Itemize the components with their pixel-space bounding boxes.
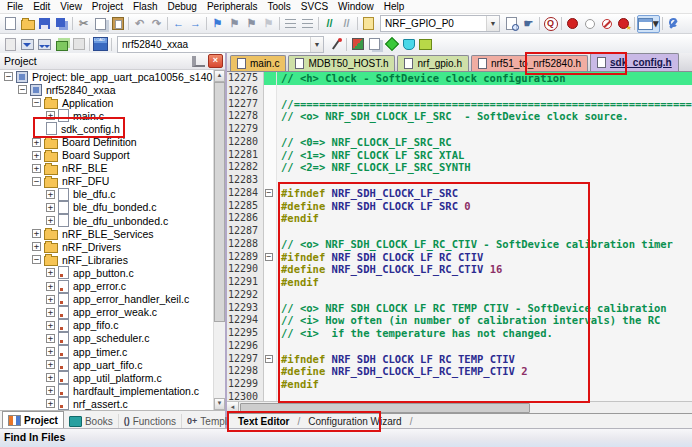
- scrollbar-thumb[interactable]: [214, 82, 225, 322]
- code-line-12277[interactable]: 12277//=================================…: [227, 98, 692, 111]
- fold-collapse-box[interactable]: −: [265, 189, 273, 197]
- code-analysis-button[interactable]: Q: [542, 16, 559, 32]
- batch-build-button[interactable]: [53, 36, 70, 52]
- close-panel-button[interactable]: ×: [208, 54, 223, 68]
- cut-button[interactable]: ✂: [75, 16, 92, 32]
- menu-debug[interactable]: Debug: [162, 0, 201, 13]
- code-line-12290[interactable]: 12290#define NRF_SDH_CLOCK_LF_RC_CTIV 16: [227, 263, 692, 276]
- tree-item-app-button-c[interactable]: +app_button.c: [0, 266, 225, 279]
- menu-file[interactable]: File: [2, 0, 28, 13]
- software-packs-button[interactable]: [417, 36, 434, 52]
- panel-tab-books[interactable]: Books: [64, 414, 119, 428]
- new-file-button[interactable]: [2, 16, 19, 32]
- undo-button[interactable]: ↶: [131, 16, 148, 32]
- run-time-environment-button[interactable]: [383, 36, 400, 52]
- stop-build-button[interactable]: [70, 36, 87, 52]
- file-extensions-books-button[interactable]: [366, 36, 383, 52]
- fold-collapse-box[interactable]: −: [265, 253, 273, 261]
- menu-flash[interactable]: Flash: [128, 0, 162, 13]
- expand-box[interactable]: +: [32, 164, 41, 173]
- bookmark-previous-button[interactable]: ⚑: [226, 16, 243, 32]
- code-editor[interactable]: 12275// <h> Clock - SoftDevice clock con…: [227, 72, 692, 401]
- menu-project[interactable]: Project: [87, 0, 128, 13]
- code-line-12281[interactable]: 12281// <1=> NRF_CLOCK_LF_SRC_XTAL: [227, 149, 692, 162]
- editor-horizontal-scrollbar[interactable]: ◂: [227, 401, 692, 413]
- scroll-down-button[interactable]: ▼: [214, 398, 225, 410]
- scroll-left-button[interactable]: ◂: [227, 402, 239, 412]
- expand-box[interactable]: +: [32, 229, 41, 238]
- collapse-box[interactable]: −: [32, 255, 41, 264]
- tree-item-sdk-config-h[interactable]: sdk_config.h: [0, 122, 225, 135]
- debug-windows-dropdown-button[interactable]: ▾: [637, 15, 660, 33]
- tree-item-app-error-handler-keil-c[interactable]: +app_error_handler_keil.c: [0, 293, 225, 306]
- code-line-12300[interactable]: 12300: [227, 391, 692, 401]
- indent-button[interactable]: [299, 16, 316, 32]
- code-line-12291[interactable]: 12291#endif: [227, 276, 692, 289]
- save-button[interactable]: [36, 16, 53, 32]
- rebuild-all-button[interactable]: [36, 36, 53, 52]
- tree-item-nrf-libraries[interactable]: −nRF_Libraries: [0, 253, 225, 266]
- download-to-flash-button[interactable]: [92, 36, 109, 52]
- collapse-box[interactable]: −: [4, 72, 13, 81]
- save-all-button[interactable]: [53, 16, 70, 32]
- dropdown-arrow-icon[interactable]: ▼: [486, 16, 499, 31]
- tree-item-hardfault-implementation-c[interactable]: +hardfault_implementation.c: [0, 384, 225, 397]
- tree-item-ble-dfu-bonded-c[interactable]: +ble_dfu_bonded.c: [0, 201, 225, 214]
- code-line-12283[interactable]: 12283: [227, 174, 692, 187]
- expand-box[interactable]: +: [32, 242, 41, 251]
- expand-box[interactable]: +: [46, 360, 55, 369]
- project-tree-scrollbar[interactable]: ▲ ▼: [213, 70, 225, 410]
- menu-peripherals[interactable]: Peripherals: [202, 0, 263, 13]
- tree-item-application[interactable]: −Application: [0, 96, 225, 109]
- uncomment-selection-button[interactable]: //: [338, 16, 355, 32]
- navigate-back-button[interactable]: ←: [170, 16, 187, 32]
- paste-button[interactable]: [109, 16, 126, 32]
- code-line-12287[interactable]: 12287: [227, 225, 692, 238]
- tree-item-app-error-weak-c[interactable]: +app_error_weak.c: [0, 306, 225, 319]
- manage-project-items-button[interactable]: [349, 36, 366, 52]
- scroll-up-button[interactable]: ▲: [214, 70, 225, 82]
- code-line-12297[interactable]: 12297−#ifndef NRF_SDH_CLOCK_LF_RC_TEMP_C…: [227, 353, 692, 366]
- menu-window[interactable]: Window: [333, 0, 379, 13]
- editor-tab-main-c[interactable]: main.c: [230, 55, 286, 71]
- view-tab-configuration-wizard[interactable]: Configuration Wizard: [301, 416, 408, 427]
- breakpoint-kill-all-button[interactable]: [615, 16, 632, 32]
- code-line-12275[interactable]: 12275// <h> Clock - SoftDevice clock con…: [227, 72, 692, 85]
- breakpoint-insert-button[interactable]: [564, 16, 581, 32]
- tree-item-nrf-ble-services[interactable]: +nRF_BLE_Services: [0, 227, 225, 240]
- code-line-12293[interactable]: 12293// <o> NRF_SDH_CLOCK_LF_RC_TEMP_CTI…: [227, 302, 692, 315]
- code-line-12294[interactable]: 12294// <i> How often (in number of cali…: [227, 314, 692, 327]
- configure-tools-button[interactable]: [665, 16, 682, 32]
- expand-box[interactable]: +: [46, 216, 55, 225]
- project-tree[interactable]: −Project: ble_app_uart_pca10056_s140−nrf…: [0, 70, 225, 410]
- code-line-12289[interactable]: 12289−#ifndef NRF_SDH_CLOCK_LF_RC_CTIV: [227, 251, 692, 264]
- expand-box[interactable]: +: [46, 399, 55, 408]
- navigate-forward-button[interactable]: →: [187, 16, 204, 32]
- tree-item-nrf-ble[interactable]: +nRF_BLE: [0, 162, 225, 175]
- bookmark-toggle-button[interactable]: ⚑: [209, 16, 226, 32]
- expand-box[interactable]: +: [46, 321, 55, 330]
- target-select[interactable]: nrf52840_xxaa▼: [117, 36, 324, 53]
- editor-tab-nrf-gpio-h[interactable]: nrf_gpio.h: [397, 55, 468, 71]
- expand-box[interactable]: +: [46, 308, 55, 317]
- tree-item-app-uart-fifo-c[interactable]: +app_uart_fifo.c: [0, 358, 225, 371]
- expand-box[interactable]: +: [46, 190, 55, 199]
- menu-svcs[interactable]: SVCS: [296, 0, 333, 13]
- expand-box[interactable]: +: [32, 151, 41, 160]
- panel-tab-project[interactable]: Project: [2, 411, 64, 428]
- tree-item-ble-dfu-unbonded-c[interactable]: +ble_dfu_unbonded.c: [0, 214, 225, 227]
- code-line-12278[interactable]: 12278// <o> NRF_SDH_CLOCK_LF_SRC - SoftD…: [227, 110, 692, 123]
- expand-box[interactable]: +: [46, 268, 55, 277]
- code-line-12292[interactable]: 12292: [227, 289, 692, 302]
- translate-file-button[interactable]: [2, 36, 19, 52]
- options-for-target-button[interactable]: [327, 36, 344, 52]
- code-line-12288[interactable]: 12288// <o> NRF_SDH_CLOCK_LF_RC_CTIV - S…: [227, 238, 692, 251]
- code-line-12279[interactable]: 12279: [227, 123, 692, 136]
- breakpoint-enable-disable-button[interactable]: [581, 16, 598, 32]
- tree-item-app-fifo-c[interactable]: +app_fifo.c: [0, 319, 225, 332]
- code-line-12295[interactable]: 12295// <i> if the temperature has not c…: [227, 327, 692, 340]
- expand-box[interactable]: +: [46, 295, 55, 304]
- menu-help[interactable]: Help: [379, 0, 410, 13]
- copy-button[interactable]: [92, 16, 109, 32]
- incremental-find-button[interactable]: ☛: [520, 16, 537, 32]
